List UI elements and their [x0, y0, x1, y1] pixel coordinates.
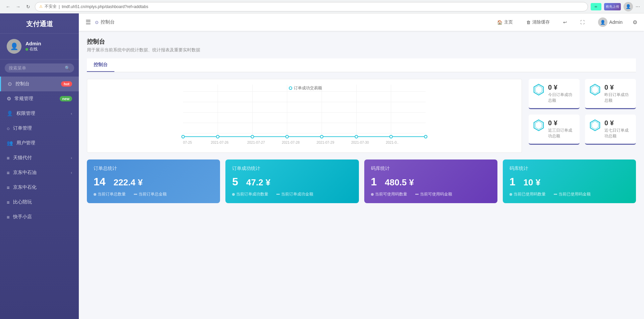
success-label2-text: 当前订单成功金额	[281, 191, 313, 197]
admin-profile[interactable]: 👤 Admin	[595, 15, 626, 29]
codelib2-num: 1	[509, 176, 516, 188]
total-label2: 当前订单总金额	[134, 191, 167, 197]
dot-icon	[94, 193, 96, 196]
profile-icon: 👤	[626, 4, 631, 9]
stat-card-7days: 0 ¥ 近七日订单成功总额	[585, 115, 636, 145]
profile-button[interactable]: 👤	[624, 2, 633, 11]
sidebar-item-dashboard[interactable]: ⊙ 控制台 hot	[0, 77, 79, 91]
search-input[interactable]	[9, 65, 63, 71]
success-label1: 当前订单成功数量	[232, 191, 268, 197]
dot-icon	[371, 193, 374, 196]
summary-card-success: 订单成功统计 5 47.2 ¥ 当前订单成功数量 当前订单成功金额	[225, 160, 359, 203]
sidebar-item-bixin[interactable]: ≡ 比心陪玩	[0, 195, 79, 210]
clear-cache-button[interactable]: 🗑 清除缓存	[523, 17, 553, 27]
summary-title-codelib: 码库统计	[371, 166, 491, 172]
sidebar-item-jd-petro[interactable]: ≡ 京东中石化	[0, 180, 79, 195]
summary-nums-codelib: 1 480.5 ¥	[371, 176, 491, 188]
chevron-icon: ‹	[71, 111, 72, 116]
total-label1-text: 当前订单总数量	[98, 191, 126, 197]
home-icon: 🏠	[497, 20, 502, 25]
summary-card-total: 订单总统计 14 222.4 ¥ 当前订单总数量 当前订单总金额	[87, 160, 220, 203]
svg-marker-31	[592, 86, 598, 94]
orders-icon: ○	[7, 126, 10, 131]
address-bar[interactable]: ⚠ 不安全 | tmdf.uh51.cn/mplys.php/dashboard…	[35, 2, 588, 11]
stat-card-3days: 0 ¥ 近三日订单成功总额	[529, 115, 580, 145]
sidebar-item-orders[interactable]: ○ 订单管理	[0, 121, 79, 136]
codelib2-amount: 10 ¥	[524, 177, 541, 188]
success-orders-num: 5	[232, 176, 238, 188]
ext1-label: ∞	[595, 5, 597, 8]
sidebar-item-label: 常规管理	[14, 96, 33, 102]
new-badge: new	[60, 96, 72, 101]
codelib-num: 1	[371, 176, 377, 188]
more-button[interactable]: ···	[636, 4, 640, 10]
top-nav-right: 🏠 主页 🗑 清除缓存 ↩ ⛶ 👤 Admin	[494, 15, 637, 29]
codelib2-label1-text: 当前已使用码数量	[514, 191, 546, 197]
svg-text:2021-07-29: 2021-07-29	[317, 141, 334, 144]
7days-value: 0 ¥	[604, 119, 632, 127]
tab-dashboard[interactable]: 控制台	[87, 58, 114, 72]
svg-point-15	[320, 135, 323, 138]
svg-text:2021-07-30: 2021-07-30	[351, 141, 369, 144]
yesterday-label: 昨日订单成功总额	[604, 92, 632, 103]
codelib-label2-text: 当前可使用码金额	[420, 191, 452, 197]
summary-nums-codelib2: 1 10 ¥	[509, 176, 629, 188]
sidebar-item-kuaishou[interactable]: ≡ 快手小店	[0, 210, 79, 224]
page-desc: 用于展示当前系统中的统计数据、统计报表及重要实时数据	[87, 47, 636, 53]
settings-icon[interactable]: ⚙	[633, 19, 637, 26]
ext2-label: 抢先上传	[606, 4, 619, 9]
summary-labels-total: 当前订单总数量 当前订单总金额	[94, 191, 213, 197]
forward-button[interactable]: →	[14, 3, 22, 11]
svg-marker-33	[535, 121, 542, 129]
stats-area: 0 ¥ 今日订单成功总额 0 ¥	[529, 79, 636, 153]
search-bar[interactable]: 🔍	[5, 63, 74, 73]
hex-icon-today	[533, 84, 545, 96]
jd-oil-icon: ≡	[7, 170, 10, 176]
status-text: 在线	[30, 46, 38, 52]
chevron-icon: ‹	[71, 171, 72, 175]
stat-card-yesterday: 0 ¥ 昨日订单成功总额	[585, 79, 636, 109]
refresh-nav-button[interactable]: ↩	[560, 18, 570, 27]
sidebar-item-general[interactable]: ⚙ 常规管理 new	[0, 91, 79, 106]
home-label: 主页	[504, 19, 513, 25]
hex-icon-7days	[589, 119, 601, 131]
fullscreen-button[interactable]: ⛶	[577, 18, 588, 27]
codelib2-label1: 当前已使用码数量	[509, 191, 546, 197]
dashboard-inner: 订单成功交易额 07-25 2021-07-26 2021-07-27 2021…	[87, 79, 636, 153]
user-info: Admin 在线	[25, 41, 41, 52]
back-button[interactable]: ←	[4, 3, 12, 11]
sidebar-item-jd-oil[interactable]: ≡ 京东中石油 ‹	[0, 165, 79, 180]
svg-text:07-25: 07-25	[183, 141, 192, 144]
svg-text:2021-07-26: 2021-07-26	[211, 141, 229, 144]
svg-text:订单成功交易额: 订单成功交易额	[294, 86, 322, 90]
summary-card-codelib: 码库统计 1 480.5 ¥ 当前可使用码数量 当前可使用码金额	[364, 160, 497, 203]
page-title: 控制台	[87, 38, 636, 46]
home-button[interactable]: 🏠 主页	[494, 17, 516, 27]
trash-icon: 🗑	[526, 20, 531, 25]
dot-icon	[232, 193, 235, 196]
summary-nums-success: 5 47.2 ¥	[232, 176, 352, 188]
security-warning-icon: ⚠	[39, 4, 43, 9]
sidebar-item-permissions[interactable]: 👤 权限管理 ‹	[0, 106, 79, 121]
summary-title-success: 订单成功统计	[232, 166, 352, 172]
tab-bar: 控制台	[87, 58, 636, 72]
summary-labels-success: 当前订单成功数量 当前订单成功金额	[232, 191, 352, 197]
refresh-button[interactable]: ↻	[24, 3, 32, 11]
dashboard-icon: ⊙	[8, 81, 12, 87]
ext-btn-1[interactable]: ∞	[591, 3, 601, 10]
sidebar-item-tmall[interactable]: ≡ 天猫代付 ‹	[0, 150, 79, 165]
kuaishou-icon: ≡	[7, 214, 10, 220]
sidebar-item-users[interactable]: 👥 用户管理	[0, 136, 79, 150]
summary-cards: 订单总统计 14 222.4 ¥ 当前订单总数量 当前订单总金额	[87, 160, 636, 203]
hamburger-icon[interactable]: ☰	[86, 18, 91, 26]
sidebar: 支付通道 👤 Admin 在线 🔍 ⊙ 控制台 hot	[0, 13, 79, 319]
ext-btn-2[interactable]: 抢先上传	[604, 3, 621, 10]
avatar-icon: 👤	[10, 42, 18, 50]
codelib2-label2-text: 当前已使用码金额	[558, 191, 591, 197]
svg-point-17	[390, 135, 392, 138]
sidebar-title: 支付通道	[0, 13, 79, 34]
svg-point-16	[355, 135, 358, 138]
search-icon[interactable]: 🔍	[65, 65, 70, 71]
avatar: 👤	[7, 39, 21, 54]
breadcrumb-label: 控制台	[101, 19, 115, 25]
